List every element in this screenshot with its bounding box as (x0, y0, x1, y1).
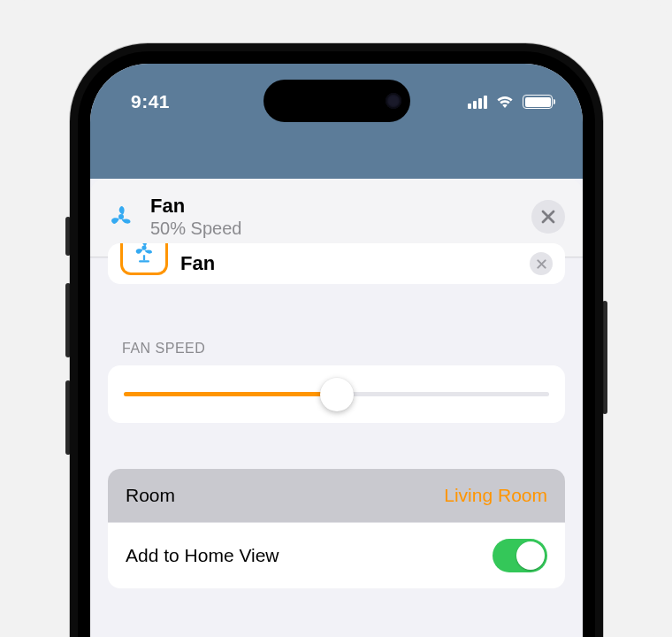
dynamic-island (263, 80, 410, 122)
fan-speed-label: FAN SPEED (122, 341, 565, 357)
remove-tile-button[interactable] (530, 252, 553, 275)
close-button[interactable] (531, 200, 565, 234)
home-view-row: Add to Home View (108, 522, 565, 588)
svg-point-1 (141, 245, 146, 249)
settings-list: Room Living Room Add to Home View (108, 469, 565, 588)
room-label: Room (126, 485, 175, 506)
fan-icon (120, 243, 168, 275)
room-value: Living Room (444, 485, 547, 506)
status-time: 9:41 (131, 91, 170, 112)
close-icon (541, 210, 555, 224)
tile-label: Fan (180, 252, 517, 275)
cellular-icon (468, 95, 487, 109)
room-row[interactable]: Room Living Room (108, 469, 565, 522)
accessory-sheet: Fan 50% Speed (90, 179, 583, 637)
screen: 9:41 (90, 64, 583, 637)
close-icon (537, 259, 546, 269)
wifi-icon (495, 95, 515, 109)
svg-point-0 (118, 214, 124, 219)
accessory-tile[interactable]: Fan (108, 243, 565, 284)
phone-frame: 9:41 (70, 43, 603, 637)
svg-rect-2 (143, 255, 145, 260)
fan-speed-slider[interactable] (108, 365, 565, 423)
home-view-toggle[interactable] (493, 539, 547, 572)
svg-rect-3 (139, 260, 149, 262)
accessory-status: 50% Speed (150, 219, 515, 239)
fan-icon (108, 203, 134, 230)
slider-thumb[interactable] (320, 378, 354, 411)
battery-icon (523, 95, 553, 109)
accessory-title: Fan (150, 195, 515, 218)
home-view-label: Add to Home View (126, 545, 279, 566)
